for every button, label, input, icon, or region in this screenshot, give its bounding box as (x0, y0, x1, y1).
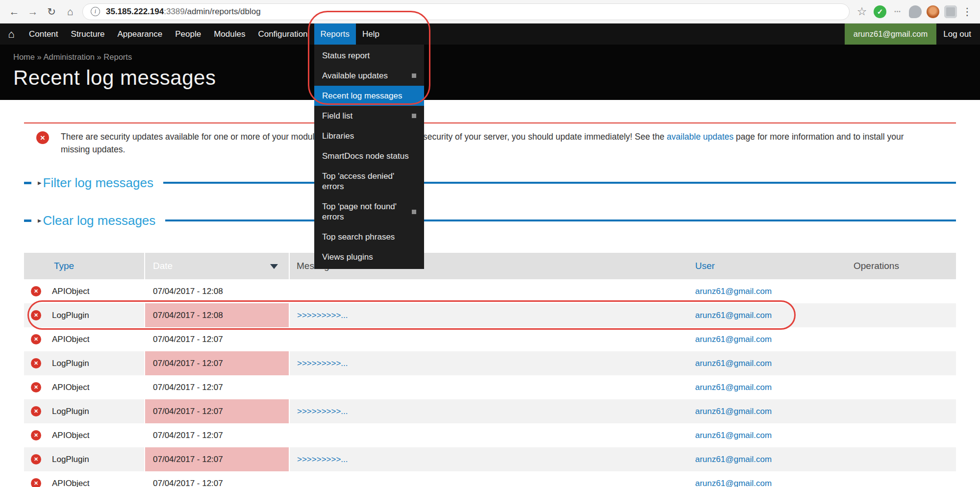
error-status-icon: ✕ (31, 478, 41, 487)
collapsed-arrow-icon[interactable]: ▸ (38, 178, 42, 187)
sort-user-link[interactable]: User (695, 261, 715, 271)
url-host: 35.185.222.194 (106, 7, 164, 16)
reports-menu-item-status-report[interactable]: Status report (314, 46, 424, 66)
breadcrumb-administration[interactable]: Administration (43, 52, 95, 61)
log-message-link[interactable]: >>>>>>>>>... (297, 359, 348, 368)
table-row: ✕LogPlugin 07/04/2017 - 12:08 >>>>>>>>>.… (24, 303, 956, 327)
log-user-link[interactable]: arunz61@gmail.com (695, 383, 772, 392)
table-row: ✕LogPlugin 07/04/2017 - 12:07 >>>>>>>>>.… (24, 447, 956, 471)
table-row: ✕APIObject 07/04/2017 - 12:07 arunz61@gm… (24, 423, 956, 447)
log-type-cell: ✕LogPlugin (24, 447, 145, 471)
log-user-cell: arunz61@gmail.com (691, 279, 851, 303)
extension-square-icon[interactable] (944, 5, 957, 18)
log-type: APIObject (52, 335, 90, 344)
admin-menu-item-modules[interactable]: Modules (207, 24, 251, 45)
url-bar[interactable]: i 35.185.222.194:3389/admin/reports/dblo… (82, 3, 850, 20)
collapse-dash-icon[interactable] (24, 182, 31, 184)
log-message-link[interactable]: >>>>>>>>>... (297, 407, 348, 416)
log-user-link[interactable]: arunz61@gmail.com (695, 335, 772, 344)
log-user-cell: arunz61@gmail.com (691, 351, 851, 375)
reports-menu-item-views-plugins[interactable]: Views plugins (314, 247, 424, 267)
log-date: 07/04/2017 - 12:07 (145, 399, 289, 423)
log-type-cell: ✕APIObject (24, 279, 145, 303)
admin-menu-item-people[interactable]: People (169, 24, 207, 45)
page-info-icon[interactable]: i (91, 7, 100, 16)
log-user-link[interactable]: arunz61@gmail.com (695, 455, 772, 464)
reports-menu-item-label: Status report (322, 50, 370, 61)
admin-menu-item-help[interactable]: Help (356, 24, 386, 45)
extension-check-icon[interactable]: ✓ (874, 5, 886, 18)
reports-menu-item-field-list[interactable]: Field list (314, 106, 424, 126)
log-message-cell: >>>>>>>>>... (289, 351, 691, 375)
browser-menu-icon[interactable]: ⋮ (959, 6, 975, 18)
error-status-icon: ✕ (31, 382, 41, 392)
breadcrumb-reports[interactable]: Reports (103, 52, 132, 61)
extension-orange-icon[interactable] (927, 5, 939, 18)
reload-icon[interactable]: ↻ (42, 2, 61, 21)
admin-menu: ContentStructureAppearancePeopleModulesC… (23, 24, 386, 45)
url-text[interactable]: 35.185.222.194:3389/admin/reports/dblog (106, 7, 261, 17)
url-port: :3389 (164, 7, 185, 16)
reports-menu-item-label: Libraries (322, 131, 354, 141)
account-button[interactable]: arunz61@gmail.com (845, 24, 937, 45)
log-user-link[interactable]: arunz61@gmail.com (695, 287, 772, 296)
admin-menu-item-appearance[interactable]: Appearance (111, 24, 169, 45)
log-message-link[interactable]: >>>>>>>>>... (297, 455, 348, 464)
log-message-cell (289, 423, 691, 447)
table-row: ✕APIObject 07/04/2017 - 12:07 arunz61@gm… (24, 327, 956, 351)
log-message-link[interactable]: >>>>>>>>>... (297, 311, 348, 320)
available-updates-link[interactable]: available updates (667, 132, 733, 142)
reports-menu-item-libraries[interactable]: Libraries (314, 126, 424, 146)
log-operations (851, 351, 956, 375)
extension-dots-icon[interactable]: ••• (891, 5, 904, 18)
reports-menu-item-smartdocs-node-status[interactable]: SmartDocs node status (314, 146, 424, 166)
back-icon[interactable]: ← (5, 2, 24, 21)
error-status-icon: ✕ (31, 430, 41, 440)
log-type: APIObject (52, 383, 90, 392)
reports-menu-item-label: Top search phrases (322, 232, 395, 242)
logout-button[interactable]: Log out (936, 24, 980, 45)
error-status-icon: ✕ (31, 454, 41, 464)
collapsed-arrow-icon[interactable]: ▸ (38, 216, 42, 225)
browser-home-icon[interactable]: ⌂ (61, 2, 79, 21)
log-message-cell (289, 375, 691, 399)
log-message-cell: >>>>>>>>>... (289, 303, 691, 327)
reports-menu-item-recent-log-messages[interactable]: Recent log messages (314, 86, 424, 106)
fieldset-clear-title[interactable]: Clear log messages (43, 213, 156, 228)
table-row: ✕LogPlugin 07/04/2017 - 12:07 >>>>>>>>>.… (24, 399, 956, 423)
admin-menu-item-reports[interactable]: Reports (314, 24, 356, 45)
breadcrumb-home[interactable]: Home (13, 52, 35, 61)
forward-icon[interactable]: → (24, 2, 42, 21)
log-date: 07/04/2017 - 12:07 (145, 351, 289, 375)
log-type-cell: ✕APIObject (24, 327, 145, 351)
log-user-cell: arunz61@gmail.com (691, 327, 851, 351)
log-user-link[interactable]: arunz61@gmail.com (695, 407, 772, 416)
browser-chrome: ← → ↻ ⌂ i 35.185.222.194:3389/admin/repo… (0, 0, 980, 24)
sort-date-header[interactable]: Date (145, 253, 289, 279)
reports-menu-item-available-updates[interactable]: Available updates (314, 66, 424, 86)
bookmark-star-icon[interactable]: ☆ (853, 2, 871, 21)
sort-type-link[interactable]: Type (54, 261, 74, 271)
security-warning-message: ✕ There are security updates available f… (24, 122, 956, 164)
extension-gray-icon[interactable] (909, 5, 922, 18)
log-type-cell: ✕LogPlugin (24, 399, 145, 423)
log-user-link[interactable]: arunz61@gmail.com (695, 431, 772, 440)
header-user: User (691, 253, 851, 279)
error-status-icon: ✕ (31, 286, 41, 296)
log-user-link[interactable]: arunz61@gmail.com (695, 479, 772, 487)
log-user-link[interactable]: arunz61@gmail.com (695, 359, 772, 368)
log-user-link[interactable]: arunz61@gmail.com (695, 311, 772, 320)
admin-home-icon[interactable]: ⌂ (0, 24, 23, 45)
reports-menu-item-top-page-not-found-errors[interactable]: Top 'page not found' errors (314, 196, 424, 227)
admin-menu-item-configuration[interactable]: Configuration (251, 24, 314, 45)
fieldset-filter-title[interactable]: Filter log messages (43, 175, 153, 191)
reports-menu-item-top-access-denied-errors[interactable]: Top 'access denied' errors (314, 166, 424, 196)
log-type-cell: ✕LogPlugin (24, 351, 145, 375)
admin-menu-item-content[interactable]: Content (23, 24, 65, 45)
admin-menu-item-structure[interactable]: Structure (65, 24, 111, 45)
reports-menu-item-top-search-phrases[interactable]: Top search phrases (314, 227, 424, 247)
breadcrumb-separator: » (95, 52, 103, 61)
fieldset-clear-log-messages: ▸ Clear log messages (24, 212, 956, 229)
log-date: 07/04/2017 - 12:07 (145, 423, 289, 447)
collapse-dash-icon[interactable] (24, 219, 31, 222)
